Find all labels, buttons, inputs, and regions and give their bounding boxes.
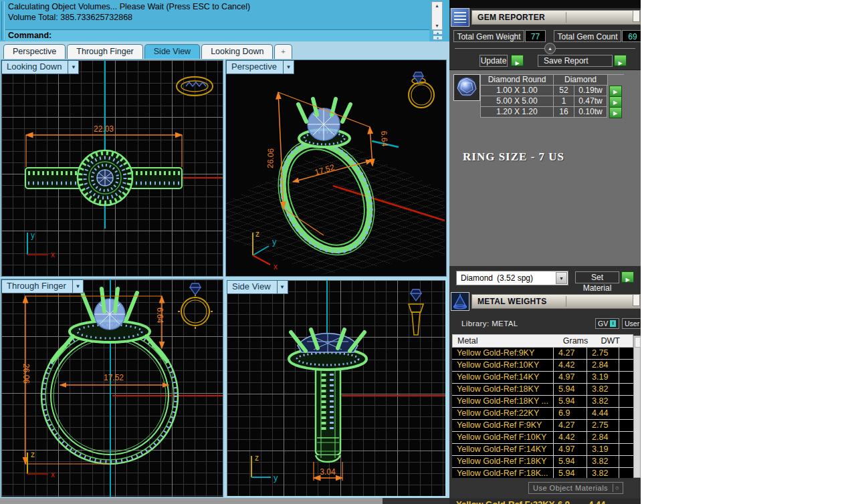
viewport-perspective[interactable]: 26.06 6.64 17.52 z y x: [225, 59, 447, 277]
command-scrollbar[interactable]: ▲ ▼: [431, 1, 443, 30]
gem-count: 1: [554, 96, 574, 107]
gem-select-go-icon[interactable]: [609, 86, 622, 97]
tab-through-finger[interactable]: Through Finger: [67, 44, 142, 59]
gem-reporter-icon: [451, 8, 469, 27]
library-label: Library: METAL: [461, 320, 518, 328]
gem-select-go-icon[interactable]: [609, 96, 622, 108]
tab-side-view[interactable]: Side View: [144, 44, 200, 59]
use-object-materials-toggle[interactable]: Use Object Materials ○: [528, 482, 623, 494]
set-material-go-icon[interactable]: [621, 271, 634, 283]
dwt-col-header: DWT: [596, 335, 633, 347]
metal-weights-header: METAL WEIGHTS: [449, 292, 641, 312]
radio-icon[interactable]: ○: [613, 484, 621, 492]
chevron-down-icon[interactable]: ▼: [284, 60, 294, 74]
update-go-icon[interactable]: [511, 55, 524, 66]
metal-grams: 4.27: [554, 348, 587, 359]
grams-col-header: Grams: [558, 335, 597, 347]
gv-toggle-button[interactable]: GVI: [595, 318, 619, 329]
user-toggle-button[interactable]: UserI: [622, 318, 641, 329]
ring-top-view: [25, 150, 182, 205]
viewport-title[interactable]: Looking Down: [1, 60, 68, 74]
gem-count: 52: [554, 86, 574, 96]
svg-text:26.06: 26.06: [265, 148, 276, 168]
viewport-title[interactable]: Through Finger: [1, 279, 73, 293]
library-row: Library: METAL GVI UserI: [449, 316, 641, 332]
gem-weight: 0.47tw: [574, 96, 607, 107]
metal-row[interactable]: Yellow Gold-Ref:22KY 6.9 4.44: [452, 408, 633, 420]
metal-name: Yellow Gold-Ref:14KY: [452, 372, 554, 383]
tab-add-viewport[interactable]: +: [274, 44, 292, 59]
gem-size: 1.00 X 1.00: [480, 86, 554, 96]
metal-row[interactable]: Yellow Gold-Ref:14KY 4.97 3.19: [452, 372, 633, 384]
clipped-row: Yellow Gold-Ref F:22KY 6.9 4.44: [449, 499, 641, 504]
viewport-through-finger[interactable]: 26.06 6.64 17.52 z x: [1, 279, 223, 497]
viewport-side-view[interactable]: 3.04 z y Side View ▼: [225, 279, 447, 497]
svg-text:6.64: 6.64: [155, 307, 165, 324]
update-button[interactable]: Update: [480, 55, 508, 67]
ring-thumbnail-3d: [409, 72, 434, 108]
scroll-up-icon[interactable]: ▲: [432, 3, 442, 9]
gem-row[interactable]: 5.00 X 5.00 1 0.47tw: [480, 96, 624, 107]
metal-weights-icon: [451, 292, 469, 311]
app-window: Calculating Object Volumes... Please Wai…: [0, 0, 852, 504]
svg-text:26.06: 26.06: [21, 364, 31, 384]
metal-row[interactable]: Yellow Gold-Ref:18KY ... 5.94 3.82: [452, 396, 633, 408]
chevron-down-icon[interactable]: ▼: [278, 280, 288, 294]
chevron-down-icon[interactable]: ▼: [68, 60, 79, 74]
gem-weight: 0.19tw: [574, 86, 607, 96]
material-dropdown[interactable]: Diamond (3.52 spg) ▼: [456, 271, 568, 285]
viewport-title[interactable]: Perspective: [226, 60, 284, 74]
axis-indicator: z y: [251, 453, 278, 483]
metal-grams: 5.94: [554, 456, 587, 467]
svg-text:y: y: [272, 237, 277, 247]
metal-row[interactable]: Yellow Gold-Ref:10KY 4.42 2.84: [452, 360, 633, 372]
svg-text:x: x: [51, 470, 55, 479]
panel-collapse-handle[interactable]: [633, 294, 640, 306]
metal-name: Yellow Gold-Ref:18KY: [452, 384, 554, 395]
svg-text:22.03: 22.03: [94, 124, 114, 134]
panel-collapse-handle[interactable]: [633, 10, 640, 22]
save-report-go-icon[interactable]: [614, 55, 627, 66]
command-input-row[interactable]: Command:: [5, 29, 429, 41]
metal-row[interactable]: Yellow Gold-Ref F:10KY 4.42 2.84: [452, 432, 633, 444]
ring-thumbnail-top: [177, 77, 213, 96]
gem-select-go-icon[interactable]: [609, 107, 622, 118]
spinner-up-icon[interactable]: ▲: [433, 30, 443, 35]
chevron-down-icon[interactable]: ▼: [73, 279, 84, 293]
metal-table-scrollbar[interactable]: [633, 336, 641, 478]
command-spinner[interactable]: ▲ ▼: [433, 30, 443, 41]
metal-row[interactable]: Yellow Gold-Ref F:9KY 4.27 2.75: [452, 420, 633, 432]
metal-row[interactable]: Yellow Gold-Ref F:18KY 5.94 3.82: [452, 456, 633, 468]
chevron-down-icon[interactable]: ▼: [556, 272, 567, 284]
metal-name: Yellow Gold-Ref:9KY: [452, 348, 554, 359]
metal-grams: 4.42: [554, 360, 587, 371]
tab-looking-down[interactable]: Looking Down: [201, 44, 273, 59]
spinner-down-icon[interactable]: ▼: [433, 35, 443, 40]
svg-text:x: x: [51, 250, 55, 259]
metal-row[interactable]: Yellow Gold-Ref F:18K... 5.94 3.82: [452, 468, 633, 478]
metal-row[interactable]: Yellow Gold-Ref:18KY 5.94 3.82: [452, 384, 633, 396]
gem-count: 16: [554, 107, 574, 118]
scroll-down-icon[interactable]: ▼: [432, 23, 442, 29]
set-material-button[interactable]: Set Material: [575, 271, 619, 283]
material-dropdown-value: Diamond: [461, 273, 493, 283]
save-report-button[interactable]: Save Report: [538, 55, 613, 67]
panel-splitter-knob[interactable]: ▲: [544, 43, 556, 54]
gem-row[interactable]: 1.20 X 1.20 16 0.10tw: [480, 107, 624, 118]
metal-name: Yellow Gold-Ref F:14KY: [452, 444, 554, 455]
metal-dwt: 2.75: [587, 420, 619, 431]
metal-name: Yellow Gold-Ref F:9KY: [452, 420, 554, 431]
metal-table-header: Metal Grams DWT: [452, 334, 633, 348]
gem-reporter-header: GEM REPORTER: [449, 8, 641, 28]
metal-row[interactable]: Yellow Gold-Ref:9KY 4.27 2.75: [452, 348, 633, 360]
gem-table-body: 1.00 X 1.00 52 0.19tw 5.00 X 5.00 1 0.47…: [480, 86, 624, 118]
metal-weights-footer: Use Object Materials ○: [449, 479, 641, 498]
gem-row[interactable]: 1.00 X 1.00 52 0.19tw: [480, 86, 624, 96]
metal-row[interactable]: Yellow Gold-Ref F:14KY 4.97 3.19: [452, 444, 633, 456]
cad-area: Calculating Object Volumes... Please Wai…: [0, 0, 449, 504]
metal-grams: 5.94: [554, 384, 587, 395]
viewport-looking-down[interactable]: 22.03 y x Looking Down ▼: [1, 59, 223, 277]
viewport-title[interactable]: Side View: [227, 280, 278, 294]
metal-col-header: Metal: [453, 335, 558, 347]
tab-perspective[interactable]: Perspective: [3, 44, 66, 59]
